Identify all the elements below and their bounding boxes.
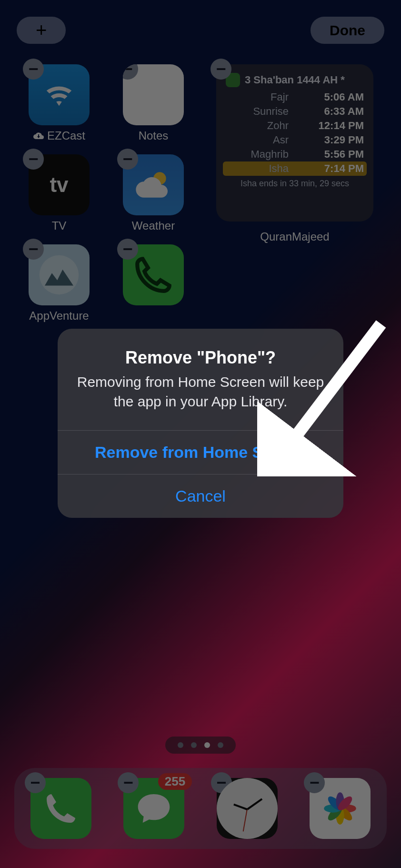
cancel-button[interactable]: Cancel [58,474,343,518]
remove-from-home-screen-button[interactable]: Remove from Home Screen [58,430,343,474]
alert-title: Remove "Phone"? [58,329,343,373]
alert-message: Removing from Home Screen will keep the … [58,373,343,430]
remove-app-alert: Remove "Phone"? Removing from Home Scree… [58,329,343,518]
